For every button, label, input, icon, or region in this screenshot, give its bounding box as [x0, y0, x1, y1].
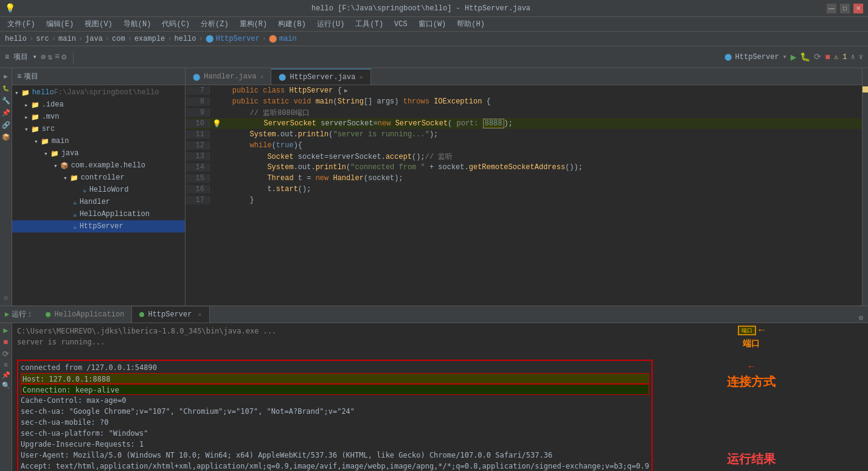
menu-code[interactable]: 代码(C) — [157, 18, 195, 30]
breadcrumb-src[interactable]: src — [36, 35, 49, 43]
run-settings-icon[interactable]: ⚙ — [859, 313, 868, 323]
menu-navigate[interactable]: 导航(N) — [119, 18, 156, 30]
menu-tools[interactable]: 工具(T) — [350, 18, 388, 30]
toolbar-expand-icon[interactable]: ⇅ — [47, 52, 52, 62]
run-tab-helloapplication[interactable]: HelloApplication — [38, 307, 132, 323]
breadcrumb-httpserver[interactable]: ⬤ HttpServer — [206, 34, 260, 43]
annotation-area: 端口 ← 端口 ← 连接方式 运行结果 — [712, 323, 791, 471]
menu-view[interactable]: 视图(V) — [80, 18, 117, 30]
breadcrumb-com[interactable]: com — [112, 35, 125, 43]
tree-item-idea[interactable]: ▸ 📁 .idea — [12, 99, 185, 111]
tree-item-java[interactable]: ▾ 📁 java — [12, 147, 185, 159]
code-line-12: 12 while(true){ — [186, 140, 862, 151]
tree-folder-mvn-icon: 📁 — [31, 113, 40, 121]
menu-bar: 文件(F) 编辑(E) 视图(V) 导航(N) 代码(C) 分析(Z) 重构(R… — [0, 17, 868, 32]
menu-edit[interactable]: 编辑(E) — [41, 18, 79, 30]
run-tab-httpserver[interactable]: HttpServer ✕ — [132, 307, 209, 323]
tree-item-hello-root[interactable]: ▾ 📁 hello F:\Java\springboot\hello — [12, 86, 185, 99]
tree-folder-main-icon: 📁 — [41, 138, 49, 145]
tree-item-httpserver[interactable]: ☕ HttpServer — [12, 220, 185, 232]
duankou-arrow: ← — [759, 325, 765, 336]
run-left-icons: ▶ ■ ⟳ ≡ 📌 🔍 — [0, 323, 12, 471]
run-button[interactable]: ▶ — [791, 51, 797, 63]
toolbar-refresh[interactable]: ⟳ — [814, 52, 821, 62]
sidebar-run-icon[interactable]: ▶ — [1, 71, 12, 82]
tab-httpserver-close[interactable]: ✕ — [359, 74, 363, 81]
console-line-host: Host: 127.0.0.1:8888 — [21, 373, 649, 384]
tree-item-package[interactable]: ▾ 📦 com.example.hello — [12, 159, 185, 172]
breadcrumb-hello[interactable]: hello — [5, 35, 27, 43]
run-rerun-icon[interactable]: ⟳ — [2, 349, 9, 359]
close-button[interactable]: ✕ — [853, 4, 863, 13]
tree-package-icon: 📦 — [60, 162, 69, 170]
tree-item-controller[interactable]: ▾ 📁 controller — [12, 172, 185, 184]
toolbar-collapse-icon[interactable]: ≡ — [55, 52, 60, 62]
tab-handler-label: Handler.java — [204, 72, 256, 81]
breadcrumb-main-method[interactable]: ⬤ main — [269, 34, 297, 43]
menu-vcs[interactable]: VCS — [389, 19, 412, 30]
menu-file[interactable]: 文件(F) — [2, 18, 40, 30]
run-scroll-icon[interactable]: ≡ — [4, 361, 8, 369]
tree-item-helloword[interactable]: ☕ HelloWord — [12, 184, 185, 196]
menu-build[interactable]: 构建(B) — [273, 18, 311, 30]
line-10-bulb[interactable]: 💡 — [212, 119, 221, 128]
run-tabs: ▶ 运行： HelloApplication HttpServer ✕ ⚙ — [0, 306, 868, 323]
console-area[interactable]: C:\Users\MECHREVO\.jdks\liberica-1.8.0_3… — [12, 323, 712, 471]
run-config-dropdown[interactable]: ▾ — [783, 52, 787, 61]
debug-button[interactable]: 🐛 — [800, 52, 810, 62]
sidebar-tool1-icon[interactable]: 🔧 — [1, 95, 12, 106]
tree-folder-ctrl-icon: 📁 — [70, 174, 78, 182]
tree-label-package: com.example.hello — [71, 161, 145, 170]
console-line-platform: sec-ch-ua-platform: "Windows" — [21, 428, 649, 439]
console-line-useragent: User-Agent: Mozilla/5.0 (Windows NT 10.0… — [21, 450, 649, 461]
toolbar-warning: ⚠ 1 — [834, 52, 847, 61]
toolbar-nav-down[interactable]: ∨ — [859, 52, 863, 61]
toolbar-scope-icon[interactable]: ⊕ — [41, 52, 46, 62]
run-icon: ▶ — [5, 310, 9, 319]
tab-handler-close[interactable]: ✕ — [260, 73, 263, 80]
tab-httpserver[interactable]: ⬤ HttpServer.java ✕ — [271, 69, 370, 85]
editor-content[interactable]: 7 public class HttpServer { ▶ 8 public s… — [186, 85, 862, 305]
tree-item-helloapplication[interactable]: ☕ HelloApplication — [12, 208, 185, 220]
breadcrumb-main[interactable]: main — [58, 35, 76, 43]
code-line-15: 15 Thread t = new Handler(socket); — [186, 173, 862, 184]
run-pin-icon[interactable]: 📌 — [2, 371, 10, 379]
tree-item-src[interactable]: ▾ 📁 src — [12, 123, 185, 135]
run-stop-icon[interactable]: ■ — [4, 338, 9, 347]
console-line-connected: connected from /127.0.0.1:54890 — [21, 362, 649, 373]
run-tab-hs-close[interactable]: ✕ — [198, 311, 201, 318]
toolbar-stop[interactable]: ■ — [825, 52, 830, 62]
code-line-8: 8 public static void main(String[] args)… — [186, 96, 862, 107]
minimize-button[interactable]: — — [827, 4, 836, 13]
maximize-button[interactable]: □ — [840, 4, 850, 13]
tree-folder-icon: 📁 — [21, 89, 30, 97]
menu-window[interactable]: 窗口(W) — [414, 18, 451, 30]
console-line-upgrade: Upgrade-Insecure-Requests: 1 — [21, 439, 649, 450]
run-restart-icon[interactable]: ▶ — [4, 326, 9, 335]
sidebar-settings-icon[interactable]: ⚙ — [1, 292, 12, 303]
run-filter-icon[interactable]: 🔍 — [2, 382, 10, 389]
toolbar-nav-up[interactable]: ∧ — [851, 52, 855, 61]
console-line-cache: Cache-Control: max-age=0 — [21, 395, 649, 406]
console-wrapper: ▶ ■ ⟳ ≡ 📌 🔍 C:\Users\MECHREVO\.jdks\libe… — [0, 323, 868, 471]
breadcrumb-java[interactable]: java — [85, 35, 103, 43]
tab-handler[interactable]: ⬤ Handler.java ✕ — [186, 69, 271, 85]
toolbar-settings-icon[interactable]: ⚙ — [61, 52, 66, 62]
sidebar-debug-icon[interactable]: 🐛 — [1, 83, 12, 94]
sidebar-tool3-icon[interactable]: 🔗 — [1, 119, 12, 130]
tree-item-mvn[interactable]: ▸ 📁 .mvn — [12, 111, 185, 123]
sidebar-tool4-icon[interactable]: 📦 — [1, 131, 12, 142]
tree-item-main[interactable]: ▾ 📁 main — [12, 135, 185, 147]
sidebar-tool2-icon[interactable]: 📌 — [1, 107, 12, 118]
menu-run[interactable]: 运行(U) — [312, 18, 350, 30]
breadcrumb-example[interactable]: example — [134, 35, 165, 43]
tree-pkg-expand: ▾ — [54, 162, 58, 170]
menu-refactor[interactable]: 重构(R) — [235, 18, 273, 30]
menu-analyze[interactable]: 分析(Z) — [196, 18, 234, 30]
tree-httpserver-icon: ☕ — [73, 223, 77, 231]
breadcrumb-hello2[interactable]: hello — [175, 35, 196, 43]
tree-item-handler[interactable]: ☕ Handler — [12, 196, 185, 208]
bottom-panel: ▶ 运行： HelloApplication HttpServer ✕ ⚙ ▶ … — [0, 305, 868, 471]
editor-area: ⬤ Handler.java ✕ ⬤ HttpServer.java ✕ 7 p… — [186, 68, 862, 305]
menu-help[interactable]: 帮助(H) — [452, 18, 490, 30]
